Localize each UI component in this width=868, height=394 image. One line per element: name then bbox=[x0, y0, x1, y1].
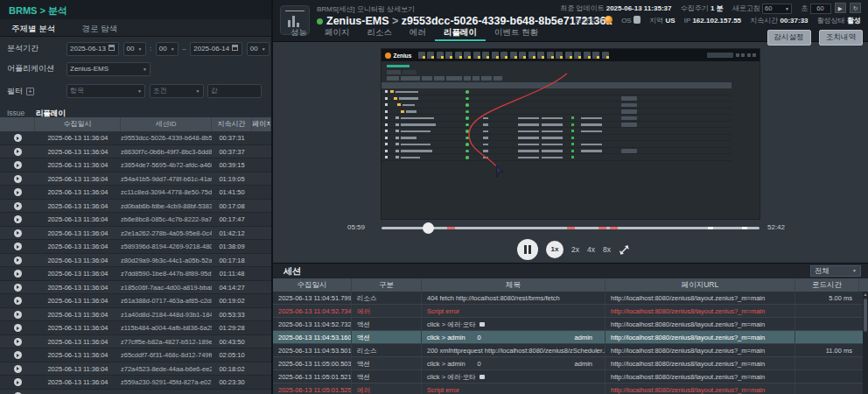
date-from-field[interactable]: 2025-06-13 bbox=[66, 42, 119, 56]
play-icon[interactable] bbox=[14, 378, 22, 386]
session-list-row[interactable]: 2025-06-13 11:36:04z72a4523-8ede-44aa-b6… bbox=[0, 362, 271, 376]
session-event-row[interactable]: 2025-06-13 11:04:52.732액션click > 에러·오타ht… bbox=[273, 318, 868, 331]
col-session-id: 세션ID bbox=[121, 117, 212, 131]
session-list-table: 수집일시 세션ID 지속시간 페이지 2025-06-13 11:36:04z9… bbox=[0, 117, 271, 394]
fullscreen-icon[interactable] bbox=[619, 244, 630, 256]
session-list-row[interactable]: 2025-06-13 11:36:04zb6e8bc8-085c-4c7b-82… bbox=[0, 213, 271, 227]
session-list-row[interactable]: 2025-06-13 11:36:04z61a388d-0717-463a-af… bbox=[0, 294, 271, 308]
play-icon[interactable] bbox=[14, 148, 22, 156]
refresh-interval-select[interactable]: 60▼ bbox=[762, 4, 792, 14]
client-info-row: 브라우저 OS 지역 US IP 162.102.157.55 지속시간 00:… bbox=[568, 16, 861, 25]
speed-1x-button[interactable]: 1x bbox=[546, 241, 564, 258]
event-filter-select[interactable]: 전체▼ bbox=[810, 265, 861, 277]
session-table-header: 수집일시 구분 제목 페이지URL 로드시간 bbox=[273, 278, 868, 292]
detail-tab-item[interactable]: 이벤트 현황 bbox=[486, 25, 547, 39]
reload-button[interactable]: ↻ bbox=[850, 3, 861, 13]
play-icon[interactable] bbox=[14, 229, 22, 237]
play-icon[interactable] bbox=[14, 215, 22, 223]
session-list-row[interactable]: 2025-06-13 11:36:04z559a230-9291-45fd-82… bbox=[0, 376, 271, 390]
preview-tool-icon bbox=[464, 52, 471, 59]
event-marker[interactable] bbox=[610, 227, 618, 229]
play-icon[interactable] bbox=[14, 365, 22, 373]
session-list-row[interactable]: 2025-06-13 11:36:04z2e1a262-278b-4a05-95… bbox=[0, 227, 271, 241]
preview-tool-icon bbox=[584, 52, 591, 59]
tab-path-search[interactable]: 경로 탐색 bbox=[71, 21, 130, 37]
pause-button[interactable] bbox=[517, 239, 538, 260]
session-event-row[interactable]: 2025-06-13 11:05:01.521액션click > 에러·오타ht… bbox=[273, 370, 868, 383]
play-icon[interactable] bbox=[14, 324, 22, 332]
session-list-row[interactable]: 2025-06-13 11:36:04z115b484-a004-4afb-b8… bbox=[0, 321, 271, 335]
play-icon[interactable] bbox=[14, 311, 22, 319]
play-refresh-button[interactable]: ▶ bbox=[835, 3, 846, 13]
session-event-row[interactable]: 2025-06-13 11:04:53.160액션click > admin0a… bbox=[273, 331, 868, 344]
play-icon[interactable] bbox=[14, 175, 22, 183]
calendar-icon[interactable] bbox=[108, 45, 115, 51]
session-list-row[interactable]: 2025-06-13 11:36:04z65cddf7-6f31-468c-8d… bbox=[0, 348, 271, 362]
play-icon[interactable] bbox=[14, 257, 22, 264]
session-list-row[interactable]: 2025-06-13 11:36:04z80d29a9-9b3c-44c1-a0… bbox=[0, 254, 271, 268]
play-icon[interactable] bbox=[14, 134, 22, 142]
speed-8x-button[interactable]: 8x bbox=[603, 245, 611, 254]
filter-condition-select[interactable]: 조건▼ bbox=[150, 84, 204, 98]
filter-item-select[interactable]: 항목▼ bbox=[66, 84, 145, 98]
session-list-row[interactable]: 2025-06-13 11:36:04z185c06f-7aac-4d00-a8… bbox=[0, 281, 271, 295]
play-icon[interactable] bbox=[14, 270, 22, 278]
timeline-thumb[interactable] bbox=[423, 222, 434, 234]
play-icon[interactable] bbox=[14, 243, 22, 250]
session-list-row[interactable]: 2025-06-13 11:36:04z54a41b5-9dd7-478f-b6… bbox=[0, 172, 271, 186]
session-event-row[interactable]: 2025-06-13 11:04:52.734에러Script errorhtt… bbox=[273, 305, 868, 318]
session-list-row[interactable]: 2025-06-13 11:36:04z589396d-8194-4269-92… bbox=[0, 240, 271, 254]
event-marker[interactable] bbox=[598, 227, 606, 229]
session-table-scrollbar[interactable]: ▲ bbox=[863, 292, 868, 394]
session-list-row[interactable]: 2025-06-13 11:36:04z1a40d8d-2184-448d-93… bbox=[0, 308, 271, 322]
timeline-end-label: 52:42 bbox=[767, 223, 785, 231]
min-from-select[interactable]: 00▼ bbox=[156, 42, 178, 56]
add-filter-icon[interactable]: + bbox=[26, 88, 34, 95]
session-list-header: 수집일시 세션ID 지속시간 페이지 bbox=[0, 117, 271, 131]
hour-from-select[interactable]: 00▼ bbox=[123, 42, 146, 56]
chevron-down-icon: ▼ bbox=[137, 85, 142, 97]
session-event-row[interactable]: 2025-06-13 11:05:00.503액션click > admin0a… bbox=[273, 357, 868, 370]
analysis-panel: BRMS > 분석 주제별 분석 경로 탐색 분석기간 2025-06-13 0… bbox=[0, 0, 271, 394]
play-icon[interactable] bbox=[14, 284, 22, 292]
filter-value-input[interactable]: 값 bbox=[207, 84, 262, 98]
play-icon[interactable] bbox=[14, 338, 22, 346]
date-to-field[interactable]: 2025-06-14 bbox=[190, 42, 242, 56]
preview-tool-icon bbox=[519, 52, 526, 59]
detail-tab-replay-active[interactable]: 리플레이 bbox=[435, 25, 486, 41]
tab-topic-analysis[interactable]: 주제별 분석 bbox=[0, 21, 66, 39]
scroll-up-icon[interactable]: ▲ bbox=[863, 292, 868, 297]
last-update-value: 2025-06-13 11:35:37 bbox=[606, 4, 672, 12]
event-marker[interactable] bbox=[567, 227, 575, 229]
session-event-row[interactable]: 2025-06-13 11:04:51.799리소스404 fetch http… bbox=[273, 292, 868, 305]
timeline-track[interactable] bbox=[382, 227, 760, 229]
calendar-icon[interactable] bbox=[232, 45, 238, 51]
session-list-row[interactable]: 2025-06-13 11:36:04z3654de7-5695-4b72-af… bbox=[0, 158, 271, 172]
session-list-row[interactable]: 2025-06-13 11:36:04z8630f7c-0b6b-49f7-8b… bbox=[0, 145, 271, 159]
session-event-row[interactable]: 2025-06-13 11:05:01.525에러Script errorhtt… bbox=[273, 383, 868, 394]
session-list-row[interactable]: 2025-06-13 11:36:04z77cff5e-b82a-4827-b5… bbox=[0, 335, 271, 349]
play-icon[interactable] bbox=[14, 351, 22, 359]
detail-tab-item[interactable]: 에러 bbox=[401, 25, 435, 39]
play-icon[interactable] bbox=[14, 297, 22, 305]
play-icon[interactable] bbox=[14, 161, 22, 169]
event-marker[interactable] bbox=[447, 227, 455, 229]
session-list-row[interactable]: 2025-06-13 11:36:04z9553dcc-5026-4339-b6… bbox=[0, 131, 271, 145]
detail-tab-item[interactable]: 리소스 bbox=[359, 25, 402, 39]
session-detail-panel: BRMS[세션] 모니터링 상세보기 Zenius-EMS > z9553dcc… bbox=[271, 0, 868, 394]
session-event-row[interactable]: 2025-06-13 11:04:53.501리소스200 xmlhttpreq… bbox=[273, 344, 868, 357]
session-list-row[interactable]: 2025-06-13 11:36:04 bbox=[0, 390, 271, 394]
speed-4x-button[interactable]: 4x bbox=[587, 245, 595, 254]
session-list-row[interactable]: 2025-06-13 11:36:04zc11c8ed-3094-4778-8e… bbox=[0, 186, 271, 200]
application-select[interactable]: Zenius-EMS▼ bbox=[66, 62, 150, 76]
speed-2x-button[interactable]: 2x bbox=[571, 245, 579, 254]
detail-tab-item[interactable]: 페이지 bbox=[316, 25, 359, 39]
detail-tab-item[interactable]: 성능 bbox=[282, 25, 316, 39]
play-icon[interactable] bbox=[14, 202, 22, 210]
session-list-row[interactable]: 2025-06-13 11:36:04z7dd8590-1be8-447b-8f… bbox=[0, 267, 271, 281]
session-list-row[interactable]: 2025-06-13 11:36:04zd0bab6b-fdbe-4cb9-88… bbox=[0, 200, 271, 214]
hour-to-select[interactable]: 00▼ bbox=[247, 42, 270, 56]
play-icon[interactable] bbox=[14, 188, 22, 196]
countdown-value: 60 bbox=[810, 4, 831, 14]
chevron-down-icon: ▼ bbox=[785, 4, 789, 13]
